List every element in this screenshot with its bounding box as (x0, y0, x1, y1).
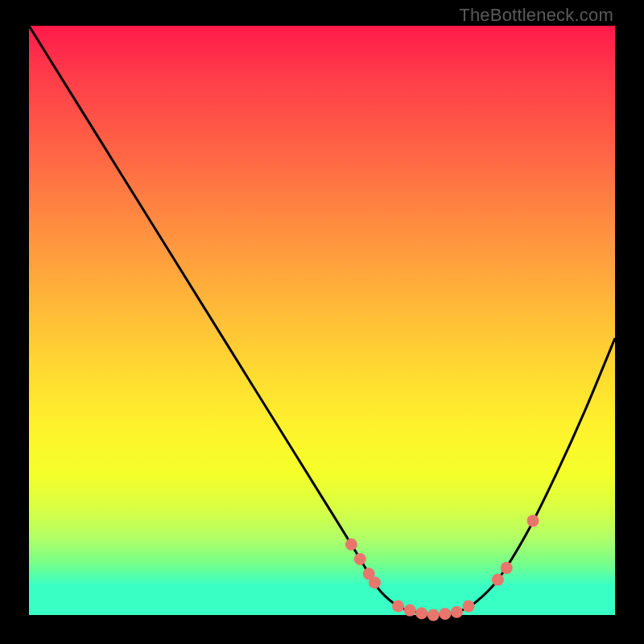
curve-marker (415, 607, 427, 619)
curve-marker (501, 562, 513, 574)
curve-marker (404, 605, 416, 617)
curve-marker (439, 608, 451, 620)
bottleneck-curve (29, 26, 615, 615)
chart-container: TheBottleneck.com (0, 0, 644, 644)
curve-marker (463, 601, 475, 613)
curve-marker (527, 514, 539, 526)
curve-marker (392, 601, 404, 613)
curve-markers (345, 514, 539, 621)
curve-marker (451, 606, 463, 618)
watermark-text: TheBottleneck.com (459, 5, 613, 26)
curve-marker (427, 609, 440, 621)
curve-layer (29, 26, 615, 615)
curve-marker (369, 576, 381, 588)
curve-marker (354, 553, 366, 565)
curve-marker (492, 574, 504, 586)
curve-marker (345, 539, 357, 551)
